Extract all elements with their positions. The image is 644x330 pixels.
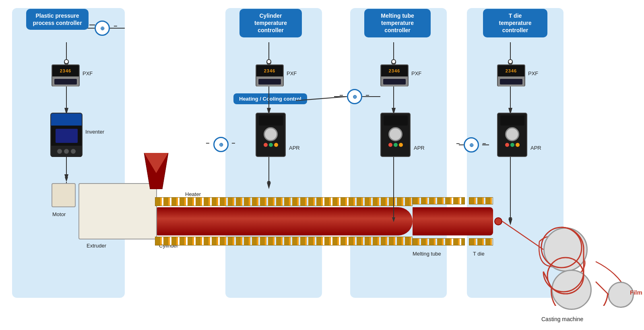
melting-tube-label: Melting tube [413, 251, 441, 257]
svg-marker-50 [267, 181, 270, 186]
pxf-device-2: 2346 [256, 64, 284, 87]
heating-cooling-label: Heating / Cooling control [233, 93, 307, 104]
minus-label-4: − [482, 140, 486, 147]
inverter-mid [51, 126, 82, 146]
pxf-label-2: PXF [287, 70, 297, 76]
apr-label-3: APR [414, 145, 425, 151]
pxf-screen-3: 2346 [381, 65, 408, 76]
svg-point-37 [541, 227, 582, 268]
motor-label: Motor [52, 211, 66, 217]
t-die-label: T die [473, 251, 485, 257]
melting-tube-heater-bottom [413, 238, 465, 245]
pxf-label-1: PXF [83, 70, 93, 76]
svg-point-38 [547, 258, 584, 294]
diagram-container: Plastic pressure process controller ⊕ − … [0, 0, 644, 330]
pxf-bottom-4 [498, 76, 524, 87]
apr-label-2: APR [289, 145, 300, 151]
inverter-top [51, 113, 82, 126]
pxf-bottom-3 [381, 76, 408, 87]
t-die-nozzle [494, 217, 502, 225]
pxf-device-3: 2346 [380, 64, 409, 87]
svg-marker-9 [64, 174, 68, 181]
extruder-label: Extruder [87, 243, 106, 249]
svg-point-5 [64, 60, 68, 64]
cylinder-red-body [157, 207, 413, 235]
panel1-blue-box: Plastic pressure process controller [26, 9, 89, 30]
pxf-label-4: PXF [528, 70, 538, 76]
pxf-bottom-1 [52, 76, 79, 87]
inverter-display [56, 129, 78, 143]
apr-dial-4 [505, 127, 519, 141]
inv-btn-2 [64, 149, 69, 154]
panel3-blue-box: Melting tubetemperaturecontroller [364, 9, 431, 37]
apr-dial-2 [264, 127, 278, 141]
minus-label-3b: − [339, 92, 343, 99]
inverter-device [50, 113, 83, 157]
inv-btn-1 [57, 149, 62, 154]
pxf-bottom-2 [256, 76, 283, 87]
pxf-screen-4: 2346 [498, 65, 524, 76]
apr-display-4 [500, 116, 524, 126]
svg-point-46 [267, 60, 271, 64]
svg-marker-16 [267, 182, 271, 189]
tdie-heater-top [469, 197, 493, 204]
apr-dial-3 [388, 127, 402, 141]
pxf-device-4: 2346 [497, 64, 525, 87]
svg-point-40 [64, 60, 68, 64]
svg-point-52 [392, 60, 396, 64]
svg-marker-28 [508, 219, 512, 225]
svg-marker-44 [65, 177, 68, 182]
svg-point-58 [508, 60, 512, 64]
svg-line-66 [502, 221, 543, 250]
apr-device-2 [256, 113, 286, 157]
film-label: Film [630, 289, 642, 296]
svg-point-24 [508, 60, 512, 64]
motor-box [52, 183, 76, 207]
pxf-device-1: 2346 [52, 64, 80, 87]
pxf-screen-1: 2346 [52, 65, 79, 76]
casting-machine-label: Casting machine [541, 316, 583, 322]
heater-strip-top [155, 197, 413, 206]
apr-device-4 [497, 113, 527, 157]
heater-label: Heater [185, 191, 201, 197]
plus-circle-4: ⊕ [464, 137, 479, 153]
inverter-label: Inventer [85, 129, 104, 135]
panel4-blue-box: T dietemperaturecontroller [483, 9, 547, 37]
melting-tube-body [413, 207, 493, 235]
apr-display-3 [384, 116, 408, 126]
svg-point-12 [267, 60, 271, 64]
apr-buttons-3 [388, 143, 403, 147]
minus-label-4b: − [456, 140, 460, 147]
inverter-bottom [51, 146, 82, 157]
pxf-screen-2: 2346 [256, 65, 283, 76]
apr-label-4: APR [530, 145, 541, 151]
plus-circle-3: ⊕ [347, 89, 362, 104]
minus-label-2: − [231, 140, 235, 147]
plus-circle-1: ⊕ [95, 21, 110, 36]
melting-tube-heater-top [413, 197, 465, 204]
panel2-blue-box: Cylindertemperaturecontroller [239, 9, 302, 37]
hopper-svg [140, 153, 172, 189]
pxf-label-3: PXF [411, 70, 421, 76]
extruder-body [78, 183, 157, 239]
plus-circle-2: ⊕ [213, 137, 229, 152]
minus-label-2b: − [206, 140, 209, 147]
svg-point-18 [392, 60, 396, 64]
apr-display-2 [259, 116, 283, 126]
minus-label-1: − [114, 23, 117, 30]
apr-buttons-4 [505, 143, 520, 147]
svg-marker-62 [509, 217, 512, 222]
apr-device-3 [380, 113, 411, 157]
heater-strip-bottom [155, 237, 413, 245]
apr-buttons-2 [264, 143, 278, 147]
minus-label-3: − [365, 92, 369, 99]
inv-btn-3 [71, 149, 76, 154]
tdie-heater-bottom [469, 238, 493, 245]
hopper [140, 153, 172, 191]
casting-belt-svg [539, 225, 620, 306]
